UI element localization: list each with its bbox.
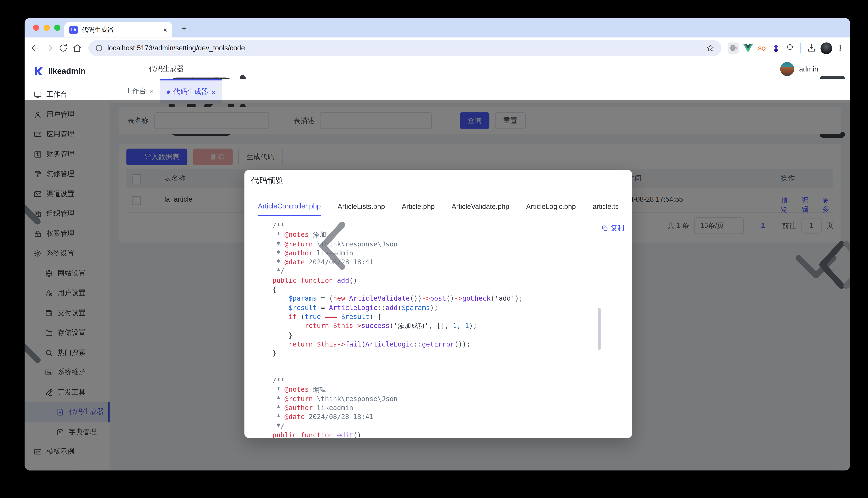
- workbench-icon: [34, 91, 42, 99]
- bookmark-star-icon[interactable]: [706, 43, 715, 52]
- sidebar-item-label: 工作台: [46, 90, 67, 100]
- browser-window: LA 代码生成器 × + localhost:5173/admin/settin…: [25, 18, 850, 471]
- extensions-puzzle-icon[interactable]: [785, 43, 795, 53]
- page-tab-1[interactable]: 代码生成器×: [160, 79, 222, 104]
- vue-devtools-icon[interactable]: [743, 43, 753, 53]
- app-header: 代码生成器 admin: [110, 59, 850, 79]
- settings-gear-icon[interactable]: [834, 65, 842, 73]
- dialog-close-icon[interactable]: [615, 176, 623, 184]
- page-tab-0[interactable]: 工作台×: [118, 79, 160, 104]
- user-avatar[interactable]: [780, 62, 794, 76]
- back-button[interactable]: [30, 43, 40, 53]
- code-block[interactable]: /** * @notes 添加 * @return \think\respons…: [272, 221, 611, 438]
- diamond-extension-icon[interactable]: [770, 43, 781, 53]
- copy-icon: [601, 225, 609, 232]
- username[interactable]: admin: [799, 65, 818, 73]
- tab-favicon: LA: [69, 25, 78, 34]
- zoom-window-button[interactable]: [54, 25, 61, 31]
- code-file-tab-3[interactable]: ArticleValidate.php: [451, 198, 509, 216]
- tab-close-icon[interactable]: ×: [163, 26, 167, 33]
- page-tab-label: 代码生成器: [174, 87, 208, 97]
- new-tab-button[interactable]: +: [181, 24, 187, 35]
- downloads-button[interactable]: [806, 43, 817, 53]
- copy-code-button[interactable]: 复制: [601, 223, 624, 233]
- reload-button[interactable]: [58, 43, 68, 53]
- sq-extension-icon[interactable]: SQ: [757, 43, 767, 53]
- browser-profile-avatar[interactable]: [820, 42, 832, 54]
- likeadmin-logo-icon: [33, 66, 43, 76]
- toolbar-divider: [800, 43, 801, 53]
- app-logo-text: likeadmin: [48, 67, 86, 76]
- page-tab-close-icon[interactable]: ×: [150, 88, 153, 94]
- close-window-button[interactable]: [33, 25, 39, 31]
- browser-tabstrip: LA 代码生成器 × +: [25, 18, 850, 38]
- collapse-sidebar-icon[interactable]: [117, 65, 126, 73]
- browser-menu-kebab-icon[interactable]: [836, 43, 844, 53]
- site-info-icon[interactable]: [95, 44, 103, 52]
- page-tab-label: 工作台: [125, 87, 146, 96]
- active-tab-dot: [167, 90, 170, 94]
- page-tab-close-icon[interactable]: ×: [212, 89, 215, 95]
- tabs-scroll-right-icon[interactable]: [620, 204, 626, 210]
- browser-toolbar: localhost:5173/admin/setting/dev_tools/c…: [25, 37, 850, 59]
- refresh-page-icon[interactable]: [133, 65, 141, 73]
- react-devtools-icon[interactable]: [728, 42, 739, 54]
- code-file-tab-4[interactable]: ArticleLogic.php: [526, 198, 576, 216]
- url-text[interactable]: localhost:5173/admin/setting/dev_tools/c…: [107, 44, 701, 52]
- code-preview-dialog: 代码预览 ArticleController.phpArticleLists.p…: [244, 170, 632, 438]
- browser-tab[interactable]: LA 代码生成器 ×: [64, 22, 172, 37]
- code-file-tab-5[interactable]: article.ts: [593, 198, 619, 216]
- dialog-title: 代码预览: [251, 175, 284, 186]
- home-button[interactable]: [72, 43, 82, 53]
- tab-title: 代码生成器: [81, 25, 159, 34]
- fullscreen-icon[interactable]: [767, 65, 775, 73]
- tabs-chevron-down-icon[interactable]: [835, 88, 842, 94]
- tabs-scroll-left-icon[interactable]: [250, 204, 256, 210]
- user-chevron-down-icon[interactable]: [824, 66, 829, 72]
- minimize-window-button[interactable]: [43, 25, 50, 31]
- code-scrollbar-thumb[interactable]: [598, 308, 601, 350]
- app-logo[interactable]: likeadmin: [25, 59, 110, 79]
- window-controls: [33, 25, 60, 31]
- breadcrumb: 代码生成器: [149, 64, 184, 74]
- url-bar[interactable]: localhost:5173/admin/setting/dev_tools/c…: [88, 40, 722, 56]
- forward-button[interactable]: [44, 43, 54, 53]
